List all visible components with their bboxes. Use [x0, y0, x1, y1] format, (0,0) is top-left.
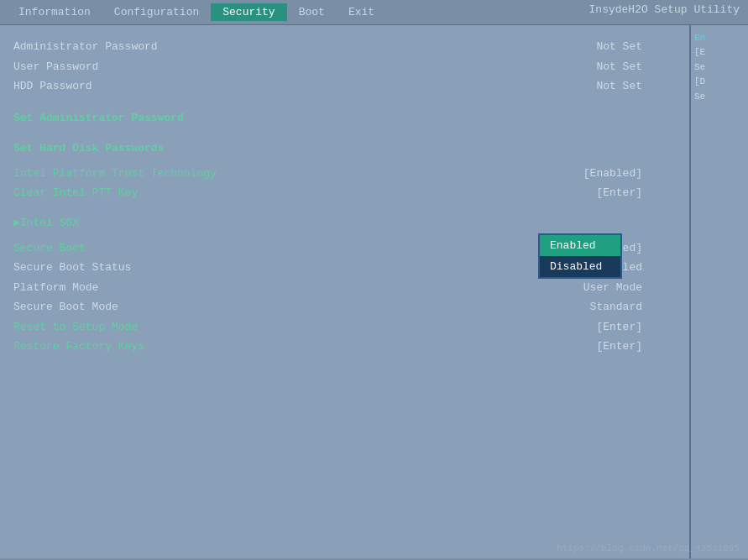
restore-factory-value: [Enter]	[596, 338, 642, 355]
user-password-row: User Password Not Set	[13, 57, 676, 77]
main-content: Administrator Password Not Set User Pass…	[0, 25, 748, 558]
right-item-4: Se	[694, 91, 745, 103]
hdd-password-label: HDD Password	[13, 78, 92, 95]
tab-information[interactable]: Information	[7, 3, 102, 21]
intel-ptt-value: [Enabled]	[583, 165, 642, 182]
set-hard-disk-link[interactable]: Set Hard Disk Passwords	[13, 138, 676, 157]
dropdown-enabled[interactable]: Enabled	[540, 235, 620, 256]
secure-boot-mode-row: Secure Boot Mode Standard	[13, 297, 676, 317]
admin-password-label: Administrator Password	[13, 39, 158, 55]
intel-ptt-row[interactable]: Intel Platform Trust Technology [Enabled…	[13, 164, 676, 184]
admin-password-value: Not Set	[596, 39, 642, 55]
right-item-0: En	[694, 32, 745, 44]
dropdown-disabled[interactable]: Disabled	[540, 256, 620, 277]
hdd-password-value: Not Set	[596, 78, 642, 95]
clear-ptt-row[interactable]: Clear Intel PTT Key [Enter]	[13, 183, 676, 203]
watermark: https://blog.csdn.net/qq_43531895	[557, 543, 740, 553]
secure-boot-mode-value: Standard	[590, 299, 642, 316]
user-password-label: User Password	[13, 59, 98, 76]
right-item-1: [E	[694, 46, 745, 59]
intel-sgx-link[interactable]: ►Intel SGX	[13, 214, 676, 232]
secure-boot-status-label: Secure Boot Status	[13, 259, 131, 276]
left-panel: Administrator Password Not Set User Pass…	[0, 25, 689, 558]
password-section: Administrator Password Not Set User Pass…	[13, 37, 676, 97]
tab-boot[interactable]: Boot	[287, 3, 337, 21]
hdd-password-row: HDD Password Not Set	[13, 76, 676, 97]
right-item-2: Se	[694, 61, 745, 74]
set-admin-password-link[interactable]: Set Administrator Password	[13, 107, 676, 127]
intel-ptt-label: Intel Platform Trust Technology	[13, 165, 217, 182]
dropdown-popup: Enabled Disabled	[538, 233, 622, 279]
tab-exit[interactable]: Exit	[337, 3, 386, 21]
tab-configuration[interactable]: Configuration	[102, 3, 211, 21]
secure-boot-label: Secure Boot	[13, 240, 86, 257]
secure-boot-mode-label: Secure Boot Mode	[13, 299, 118, 316]
tab-security[interactable]: Security	[211, 3, 286, 21]
platform-mode-value: User Mode	[583, 280, 642, 296]
right-panel: En [E Se [D Se	[689, 25, 748, 558]
platform-mode-row: Platform Mode User Mode	[13, 278, 676, 298]
reset-setup-label: Reset to Setup Mode	[13, 319, 138, 336]
clear-ptt-value: [Enter]	[596, 185, 642, 201]
platform-mode-label: Platform Mode	[13, 280, 98, 296]
clear-ptt-label: Clear Intel PTT Key	[13, 185, 138, 201]
menu-bar: Information Configuration Security Boot …	[0, 0, 748, 25]
right-item-3: [D	[694, 76, 745, 88]
user-password-value: Not Set	[596, 59, 642, 76]
intel-ptt-section: Intel Platform Trust Technology [Enabled…	[13, 164, 676, 203]
restore-factory-label: Restore Factory Keys	[13, 338, 144, 355]
restore-factory-keys-row[interactable]: Restore Factory Keys [Enter]	[13, 337, 676, 357]
admin-password-row: Administrator Password Not Set	[13, 37, 676, 57]
reset-setup-mode-row[interactable]: Reset to Setup Mode [Enter]	[13, 317, 676, 338]
app-title: InsydeH2O Setup Utility	[589, 3, 740, 16]
reset-setup-value: [Enter]	[596, 319, 642, 336]
